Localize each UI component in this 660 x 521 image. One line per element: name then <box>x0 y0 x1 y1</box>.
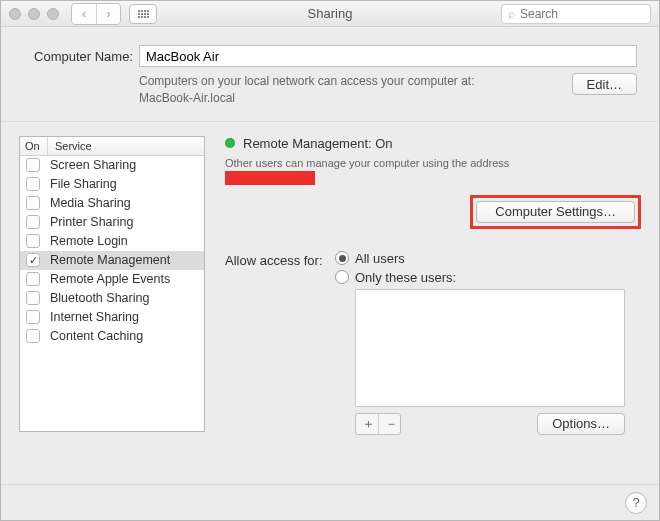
titlebar: ‹ › Sharing ⌕ <box>1 1 659 27</box>
highlight-frame: Computer Settings… <box>470 195 641 229</box>
search-icon: ⌕ <box>508 7 515 21</box>
service-row[interactable]: Remote Management <box>20 251 204 270</box>
service-checkbox[interactable] <box>26 234 40 248</box>
computer-name-section: Computer Name: Computers on your local n… <box>1 27 659 122</box>
hostname-hint: Computers on your local network can acce… <box>139 73 572 107</box>
services-table: On Service Screen SharingFile SharingMed… <box>19 136 205 432</box>
add-user-button[interactable]: ＋ <box>356 414 378 434</box>
show-all-button[interactable] <box>129 4 157 24</box>
sharing-window: ‹ › Sharing ⌕ Computer Name: Computers o… <box>0 0 660 521</box>
service-checkbox[interactable] <box>26 329 40 343</box>
service-detail: Remote Management: On Other users can ma… <box>225 136 641 470</box>
service-checkbox[interactable] <box>26 177 40 191</box>
zoom-icon[interactable] <box>47 8 59 20</box>
service-label: Media Sharing <box>50 196 131 210</box>
service-row[interactable]: Bluetooth Sharing <box>20 289 204 308</box>
radio-these-label: Only these users: <box>355 270 456 285</box>
forward-button[interactable]: › <box>96 4 120 24</box>
close-icon[interactable] <box>9 8 21 20</box>
minimize-icon[interactable] <box>28 8 40 20</box>
service-checkbox[interactable] <box>26 272 40 286</box>
nav-back-forward: ‹ › <box>71 3 121 25</box>
options-button[interactable]: Options… <box>537 413 625 435</box>
service-row[interactable]: Media Sharing <box>20 194 204 213</box>
help-button[interactable]: ? <box>625 492 647 514</box>
service-label: Remote Apple Events <box>50 272 170 286</box>
service-label: Bluetooth Sharing <box>50 291 149 305</box>
window-controls <box>9 8 59 20</box>
service-label: Remote Management <box>50 253 170 267</box>
search-input[interactable] <box>518 6 644 22</box>
service-label: Content Caching <box>50 329 143 343</box>
computer-settings-button[interactable]: Computer Settings… <box>476 201 635 223</box>
service-row[interactable]: Internet Sharing <box>20 308 204 327</box>
main-area: On Service Screen SharingFile SharingMed… <box>1 122 659 484</box>
redacted-address <box>225 171 315 185</box>
radio-icon <box>335 270 349 284</box>
add-remove-group: ＋ － <box>355 413 401 435</box>
service-checkbox[interactable] <box>26 253 40 267</box>
grid-icon <box>138 10 149 18</box>
service-checkbox[interactable] <box>26 310 40 324</box>
computer-name-input[interactable] <box>139 45 637 67</box>
status-led-icon <box>225 138 235 148</box>
service-row[interactable]: Screen Sharing <box>20 156 204 175</box>
service-checkbox[interactable] <box>26 158 40 172</box>
service-row[interactable]: Remote Login <box>20 232 204 251</box>
computer-name-label: Computer Name: <box>23 49 133 64</box>
radio-only-these[interactable]: Only these users: <box>335 270 641 285</box>
status-subtext: Other users can manage your computer usi… <box>225 157 641 169</box>
service-checkbox[interactable] <box>26 215 40 229</box>
service-label: File Sharing <box>50 177 117 191</box>
allow-access-section: Allow access for: All users Only these u… <box>225 251 641 435</box>
toolbar-search[interactable]: ⌕ <box>501 4 651 24</box>
radio-all-label: All users <box>355 251 405 266</box>
back-button[interactable]: ‹ <box>72 4 96 24</box>
column-service: Service <box>48 137 204 155</box>
service-label: Screen Sharing <box>50 158 136 172</box>
radio-icon <box>335 251 349 265</box>
radio-all-users[interactable]: All users <box>335 251 641 266</box>
remove-user-button[interactable]: － <box>378 414 400 434</box>
service-label: Printer Sharing <box>50 215 133 229</box>
users-listbox[interactable] <box>355 289 625 407</box>
service-row[interactable]: Content Caching <box>20 327 204 346</box>
footer: ? <box>1 484 659 520</box>
service-row[interactable]: Remote Apple Events <box>20 270 204 289</box>
service-checkbox[interactable] <box>26 196 40 210</box>
service-label: Internet Sharing <box>50 310 139 324</box>
service-row[interactable]: File Sharing <box>20 175 204 194</box>
service-row[interactable]: Printer Sharing <box>20 213 204 232</box>
column-on: On <box>20 137 48 155</box>
services-header: On Service <box>20 137 204 156</box>
status-title: Remote Management: On <box>243 136 393 151</box>
service-checkbox[interactable] <box>26 291 40 305</box>
edit-hostname-button[interactable]: Edit… <box>572 73 637 95</box>
service-label: Remote Login <box>50 234 128 248</box>
allow-access-label: Allow access for: <box>225 251 329 435</box>
